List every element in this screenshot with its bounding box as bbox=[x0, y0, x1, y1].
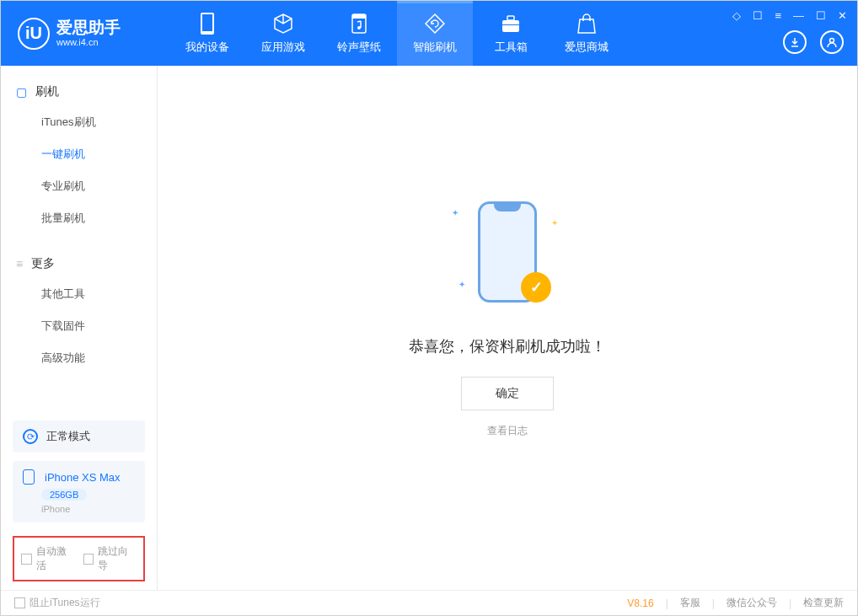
phone-outline-icon: ▢ bbox=[16, 85, 27, 99]
nav-label: 我的设备 bbox=[185, 40, 229, 55]
logo[interactable]: iU 爱思助手 www.i4.cn bbox=[1, 18, 169, 50]
svg-rect-7 bbox=[502, 24, 519, 25]
cube-icon bbox=[272, 13, 294, 35]
mode-label: 正常模式 bbox=[46, 429, 90, 444]
checkbox-label: 跳过向导 bbox=[98, 544, 137, 573]
main-content: ✦ ✦ ✦ ✓ 恭喜您，保资料刷机成功啦！ 确定 查看日志 bbox=[158, 66, 857, 590]
sparkle-icon: ✦ bbox=[551, 218, 558, 228]
svg-point-8 bbox=[830, 39, 834, 43]
sidebar-header-flash[interactable]: ▢ 刷机 bbox=[1, 78, 157, 106]
close-icon[interactable]: ✕ bbox=[836, 8, 849, 24]
download-button[interactable] bbox=[783, 30, 807, 54]
app-title: 爱思助手 bbox=[56, 19, 121, 38]
nav-flash[interactable]: 智能刷机 bbox=[397, 1, 473, 66]
phone-icon bbox=[23, 469, 35, 485]
nav-toolbox[interactable]: 工具箱 bbox=[473, 1, 549, 66]
sidebar-item-itunes-flash[interactable]: iTunes刷机 bbox=[1, 106, 157, 138]
flash-options-highlight: 自动激活 跳过向导 bbox=[13, 536, 145, 581]
logo-icon: iU bbox=[18, 18, 50, 50]
block-itunes-checkbox[interactable]: 阻止iTunes运行 bbox=[14, 596, 100, 610]
sidebar-section-more: ≡ 更多 其他工具 下载固件 高级功能 bbox=[1, 238, 157, 378]
header: iU 爱思助手 www.i4.cn 我的设备 应用游戏 铃声壁纸 智能刷机 工具… bbox=[1, 1, 857, 66]
nav-label: 应用游戏 bbox=[261, 40, 305, 55]
sidebar-item-other-tools[interactable]: 其他工具 bbox=[1, 278, 157, 310]
svg-point-4 bbox=[357, 26, 361, 29]
sidebar-item-oneclick-flash[interactable]: 一键刷机 bbox=[1, 138, 157, 170]
device-icon bbox=[196, 13, 218, 35]
sidebar-item-batch-flash[interactable]: 批量刷机 bbox=[1, 202, 157, 234]
list-icon: ≡ bbox=[16, 257, 23, 271]
wechat-link[interactable]: 微信公众号 bbox=[727, 596, 777, 610]
nav-label: 铃声壁纸 bbox=[337, 40, 381, 55]
sidebar-header-label: 更多 bbox=[31, 256, 55, 271]
menu-icon[interactable]: ≡ bbox=[773, 8, 783, 24]
svg-rect-6 bbox=[507, 16, 514, 20]
check-badge-icon: ✓ bbox=[521, 272, 551, 303]
ok-button[interactable]: 确定 bbox=[461, 377, 554, 410]
support-link[interactable]: 客服 bbox=[680, 596, 700, 610]
version-label: V8.16 bbox=[627, 597, 653, 609]
skin-icon[interactable]: ◇ bbox=[731, 8, 743, 24]
svg-rect-1 bbox=[202, 14, 212, 31]
checkbox-icon bbox=[21, 554, 32, 565]
view-log-link[interactable]: 查看日志 bbox=[487, 424, 528, 438]
nav-ringtones[interactable]: 铃声壁纸 bbox=[321, 1, 397, 66]
svg-rect-3 bbox=[352, 14, 366, 19]
checkbox-icon bbox=[83, 554, 94, 565]
sidebar-item-download-firmware[interactable]: 下载固件 bbox=[1, 310, 157, 342]
nav-my-device[interactable]: 我的设备 bbox=[169, 1, 245, 66]
app-url: www.i4.cn bbox=[56, 37, 121, 48]
nav-apps-games[interactable]: 应用游戏 bbox=[245, 1, 321, 66]
check-update-link[interactable]: 检查更新 bbox=[803, 596, 844, 610]
minimize-icon[interactable]: — bbox=[791, 8, 806, 24]
skip-guide-checkbox[interactable]: 跳过向导 bbox=[83, 544, 137, 573]
sidebar-item-advanced[interactable]: 高级功能 bbox=[1, 342, 157, 374]
sparkle-icon: ✦ bbox=[452, 208, 458, 217]
nav-label: 爱思商城 bbox=[565, 40, 609, 55]
device-name: iPhone XS Max bbox=[45, 471, 121, 484]
sidebar: ▢ 刷机 iTunes刷机 一键刷机 专业刷机 批量刷机 ≡ 更多 其他工具 下… bbox=[1, 66, 158, 590]
checkbox-label: 自动激活 bbox=[36, 544, 75, 573]
nav-label: 工具箱 bbox=[495, 40, 528, 55]
store-icon bbox=[576, 13, 598, 35]
nav-label: 智能刷机 bbox=[413, 40, 457, 55]
sidebar-header-more[interactable]: ≡ 更多 bbox=[1, 249, 157, 278]
sidebar-header-label: 刷机 bbox=[35, 84, 59, 99]
window-controls: ◇ ☐ ≡ — ☐ ✕ bbox=[731, 8, 849, 24]
mode-card[interactable]: ⟳ 正常模式 bbox=[13, 420, 145, 453]
maximize-icon[interactable]: ☐ bbox=[814, 8, 828, 24]
checkbox-icon bbox=[14, 597, 25, 608]
device-type: iPhone bbox=[41, 504, 135, 514]
nav-store[interactable]: 爱思商城 bbox=[549, 1, 625, 66]
sidebar-devices: ⟳ 正常模式 iPhone XS Max 256GB iPhone bbox=[1, 412, 157, 531]
storage-badge: 256GB bbox=[41, 489, 87, 501]
svg-rect-5 bbox=[502, 20, 519, 32]
main-nav: 我的设备 应用游戏 铃声壁纸 智能刷机 工具箱 爱思商城 bbox=[169, 1, 625, 66]
checkbox-label: 阻止iTunes运行 bbox=[29, 596, 100, 610]
toolbox-icon bbox=[500, 13, 522, 35]
music-icon bbox=[348, 13, 370, 35]
success-illustration: ✦ ✦ ✦ ✓ bbox=[440, 185, 575, 319]
refresh-icon bbox=[424, 13, 446, 35]
sidebar-item-pro-flash[interactable]: 专业刷机 bbox=[1, 170, 157, 202]
footer: 阻止iTunes运行 V8.16 | 客服 | 微信公众号 | 检查更新 bbox=[1, 590, 857, 615]
success-message: 恭喜您，保资料刷机成功啦！ bbox=[409, 336, 606, 356]
sidebar-section-flash: ▢ 刷机 iTunes刷机 一键刷机 专业刷机 批量刷机 bbox=[1, 66, 157, 238]
mode-icon: ⟳ bbox=[23, 429, 38, 444]
auto-activate-checkbox[interactable]: 自动激活 bbox=[21, 544, 75, 573]
body: ▢ 刷机 iTunes刷机 一键刷机 专业刷机 批量刷机 ≡ 更多 其他工具 下… bbox=[1, 66, 857, 590]
sparkle-icon: ✦ bbox=[458, 280, 465, 289]
feedback-icon[interactable]: ☐ bbox=[751, 8, 764, 24]
user-button[interactable] bbox=[820, 30, 844, 54]
device-card[interactable]: iPhone XS Max 256GB iPhone bbox=[13, 461, 145, 522]
